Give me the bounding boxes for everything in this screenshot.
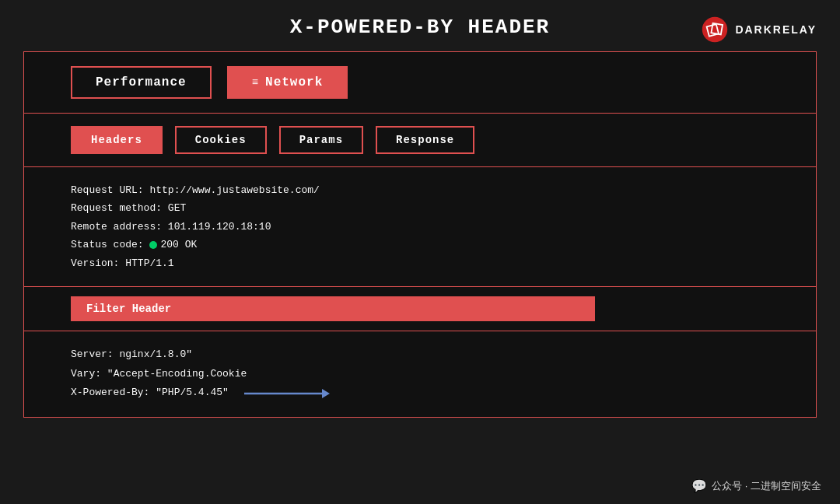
request-info-section: Request URL: http://www.justawebsite.com… xyxy=(24,167,816,287)
darkrelay-logo-icon xyxy=(701,16,729,44)
subtab-cookies[interactable]: Cookies xyxy=(175,126,267,154)
vary-line: Vary: "Accept-Encoding.Cookie xyxy=(71,365,769,384)
logo-area: DARKRELAY xyxy=(701,16,817,44)
subtab-params[interactable]: Params xyxy=(279,126,363,154)
filter-bar[interactable]: Filter Header xyxy=(71,296,595,321)
version-line: Version: HTTP/1.1 xyxy=(71,254,769,272)
request-method-line: Request method: GET xyxy=(71,199,769,217)
tab-network[interactable]: ≡ Network xyxy=(227,66,348,99)
watermark: 💬 公众号 · 二进制空间安全 xyxy=(691,478,821,493)
tab-network-label: Network xyxy=(265,75,323,89)
xpoweredby-line: X-Powered-By: "PHP/5.4.45" xyxy=(71,383,769,403)
status-code-line: Status code: 200 OK xyxy=(71,236,769,254)
wechat-icon: 💬 xyxy=(691,478,707,493)
server-line: Server: nginx/1.8.0" xyxy=(71,345,769,365)
status-dot xyxy=(149,241,157,249)
filter-section: Filter Header xyxy=(24,287,816,331)
svg-marker-4 xyxy=(322,389,330,398)
request-url-line: Request URL: http://www.justawebsite.com… xyxy=(71,181,769,199)
tabs-section: Performance ≡ Network xyxy=(24,52,816,114)
network-icon: ≡ xyxy=(252,76,259,89)
subtab-headers[interactable]: Headers xyxy=(71,126,163,154)
logo-text: DARKRELAY xyxy=(735,23,817,36)
header-area: X-POWERED-BY HEADER DARKRELAY xyxy=(23,16,817,39)
response-section: Server: nginx/1.8.0" Vary: "Accept-Encod… xyxy=(24,331,816,417)
main-container: Performance ≡ Network Headers Cookies Pa… xyxy=(23,51,817,418)
remote-address-line: Remote address: 101.119.120.18:10 xyxy=(71,218,769,236)
svg-point-0 xyxy=(702,17,727,42)
subtabs-section: Headers Cookies Params Response xyxy=(24,114,816,167)
watermark-text: 公众号 · 二进制空间安全 xyxy=(712,479,821,493)
page-title: X-POWERED-BY HEADER xyxy=(290,16,550,39)
arrow-icon xyxy=(236,385,330,402)
subtab-response[interactable]: Response xyxy=(376,126,474,154)
tab-performance[interactable]: Performance xyxy=(71,66,212,99)
